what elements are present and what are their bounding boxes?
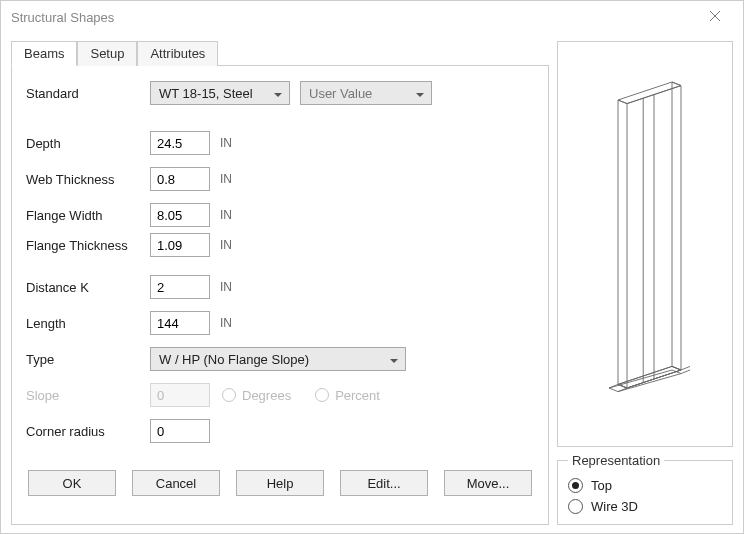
flange-thickness-input[interactable]	[150, 233, 210, 257]
chevron-down-icon	[273, 88, 283, 98]
svg-line-15	[681, 370, 690, 374]
tab-setup[interactable]: Setup	[77, 41, 137, 66]
radio-circle-icon	[222, 388, 236, 402]
close-button[interactable]	[695, 4, 735, 30]
close-icon	[709, 10, 721, 25]
row-flange-width: Flange Width IN	[26, 202, 534, 228]
move-button[interactable]: Move...	[444, 470, 532, 496]
radio-circle-icon	[568, 499, 583, 514]
label-distance-k: Distance K	[26, 280, 150, 295]
label-length: Length	[26, 316, 150, 331]
radio-circle-icon	[568, 478, 583, 493]
row-corner-radius: Corner radius	[26, 418, 534, 444]
flange-width-input[interactable]	[150, 203, 210, 227]
depth-input[interactable]	[150, 131, 210, 155]
titlebar: Structural Shapes	[1, 1, 743, 33]
standard-select-value: WT 18-15, Steel	[159, 86, 253, 101]
beam-3d-icon	[564, 48, 726, 440]
chevron-down-icon	[415, 88, 425, 98]
tab-beams[interactable]: Beams	[11, 41, 77, 66]
window-title: Structural Shapes	[11, 10, 114, 25]
representation-top-radio[interactable]: Top	[568, 478, 722, 493]
svg-marker-4	[672, 82, 681, 370]
row-standard: Standard WT 18-15, Steel User Value	[26, 80, 534, 106]
length-input[interactable]	[150, 311, 210, 335]
help-button[interactable]: Help	[236, 470, 324, 496]
label-flange-thickness: Flange Thickness	[26, 238, 150, 253]
radio-circle-icon	[315, 388, 329, 402]
representation-group: Representation Top Wire 3D	[557, 453, 733, 525]
label-flange-width: Flange Width	[26, 208, 150, 223]
standard-select[interactable]: WT 18-15, Steel	[150, 81, 290, 105]
button-row: OK Cancel Help Edit... Move...	[26, 462, 534, 496]
slope-input	[150, 383, 210, 407]
representation-top-label: Top	[591, 478, 612, 493]
svg-marker-10	[618, 366, 681, 388]
tab-strip: Beams Setup Attributes	[11, 41, 549, 66]
svg-marker-3	[618, 100, 627, 388]
corner-radius-input[interactable]	[150, 419, 210, 443]
edit-button[interactable]: Edit...	[340, 470, 428, 496]
right-column: Representation Top Wire 3D	[557, 41, 733, 525]
row-depth: Depth IN	[26, 130, 534, 156]
cancel-button[interactable]: Cancel	[132, 470, 220, 496]
svg-marker-2	[618, 82, 681, 104]
slope-percent-label: Percent	[335, 388, 380, 403]
user-value-select-value: User Value	[309, 86, 372, 101]
row-type: Type W / HP (No Flange Slope)	[26, 346, 534, 372]
slope-degrees-radio: Degrees	[222, 388, 291, 403]
unit-length: IN	[220, 316, 240, 330]
row-flange-thickness: Flange Thickness IN	[26, 232, 534, 258]
row-web-thickness: Web Thickness IN	[26, 166, 534, 192]
type-select-value: W / HP (No Flange Slope)	[159, 352, 309, 367]
user-value-select[interactable]: User Value	[300, 81, 432, 105]
row-length: Length IN	[26, 310, 534, 336]
unit-flange-thickness: IN	[220, 238, 240, 252]
row-slope: Slope Degrees Percent	[26, 382, 534, 408]
dialog-body: Beams Setup Attributes Standard WT 18-15…	[1, 33, 743, 533]
left-column: Beams Setup Attributes Standard WT 18-15…	[11, 41, 549, 525]
slope-percent-radio: Percent	[315, 388, 380, 403]
distance-k-input[interactable]	[150, 275, 210, 299]
ok-button[interactable]: OK	[28, 470, 116, 496]
web-thickness-input[interactable]	[150, 167, 210, 191]
svg-line-14	[681, 366, 690, 370]
tab-panel-beams: Standard WT 18-15, Steel User Value Dept…	[11, 65, 549, 525]
slope-unit-radios: Degrees Percent	[222, 388, 380, 403]
label-web-thickness: Web Thickness	[26, 172, 150, 187]
unit-flange-width: IN	[220, 208, 240, 222]
label-corner-radius: Corner radius	[26, 424, 150, 439]
dialog-structural-shapes: Structural Shapes Beams Setup Attributes…	[0, 0, 744, 534]
type-select[interactable]: W / HP (No Flange Slope)	[150, 347, 406, 371]
preview-pane	[557, 41, 733, 447]
label-standard: Standard	[26, 86, 150, 101]
representation-legend: Representation	[568, 453, 664, 468]
tab-attributes[interactable]: Attributes	[137, 41, 218, 66]
slope-degrees-label: Degrees	[242, 388, 291, 403]
label-depth: Depth	[26, 136, 150, 151]
label-slope: Slope	[26, 388, 150, 403]
chevron-down-icon	[389, 354, 399, 364]
label-type: Type	[26, 352, 150, 367]
representation-wire3d-label: Wire 3D	[591, 499, 638, 514]
representation-wire3d-radio[interactable]: Wire 3D	[568, 499, 722, 514]
unit-distance-k: IN	[220, 280, 240, 294]
row-distance-k: Distance K IN	[26, 274, 534, 300]
unit-depth: IN	[220, 136, 240, 150]
unit-web-thickness: IN	[220, 172, 240, 186]
